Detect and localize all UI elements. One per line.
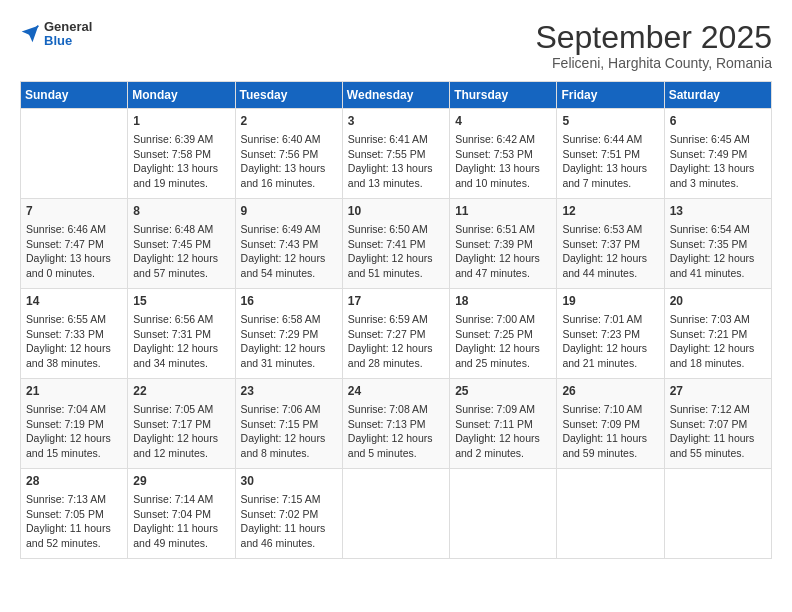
calendar-cell: 25Sunrise: 7:09 AMSunset: 7:11 PMDayligh… bbox=[450, 379, 557, 469]
logo-blue: Blue bbox=[44, 34, 92, 48]
day-info: Sunrise: 7:01 AMSunset: 7:23 PMDaylight:… bbox=[562, 312, 658, 371]
day-number: 15 bbox=[133, 293, 229, 310]
day-number: 26 bbox=[562, 383, 658, 400]
page-subtitle: Feliceni, Harghita County, Romania bbox=[535, 55, 772, 71]
day-number: 28 bbox=[26, 473, 122, 490]
week-row-1: 1Sunrise: 6:39 AMSunset: 7:58 PMDaylight… bbox=[21, 109, 772, 199]
day-number: 9 bbox=[241, 203, 337, 220]
calendar-cell: 10Sunrise: 6:50 AMSunset: 7:41 PMDayligh… bbox=[342, 199, 449, 289]
day-number: 27 bbox=[670, 383, 766, 400]
day-info: Sunrise: 6:55 AMSunset: 7:33 PMDaylight:… bbox=[26, 312, 122, 371]
day-info: Sunrise: 6:48 AMSunset: 7:45 PMDaylight:… bbox=[133, 222, 229, 281]
day-number: 11 bbox=[455, 203, 551, 220]
calendar-cell bbox=[21, 109, 128, 199]
day-number: 6 bbox=[670, 113, 766, 130]
day-info: Sunrise: 6:46 AMSunset: 7:47 PMDaylight:… bbox=[26, 222, 122, 281]
calendar-cell: 28Sunrise: 7:13 AMSunset: 7:05 PMDayligh… bbox=[21, 469, 128, 559]
calendar-header: SundayMondayTuesdayWednesdayThursdayFrid… bbox=[21, 82, 772, 109]
day-info: Sunrise: 7:15 AMSunset: 7:02 PMDaylight:… bbox=[241, 492, 337, 551]
calendar-cell: 13Sunrise: 6:54 AMSunset: 7:35 PMDayligh… bbox=[664, 199, 771, 289]
calendar-cell: 27Sunrise: 7:12 AMSunset: 7:07 PMDayligh… bbox=[664, 379, 771, 469]
calendar-table: SundayMondayTuesdayWednesdayThursdayFrid… bbox=[20, 81, 772, 559]
day-number: 16 bbox=[241, 293, 337, 310]
calendar-cell: 23Sunrise: 7:06 AMSunset: 7:15 PMDayligh… bbox=[235, 379, 342, 469]
day-info: Sunrise: 6:54 AMSunset: 7:35 PMDaylight:… bbox=[670, 222, 766, 281]
header-row: SundayMondayTuesdayWednesdayThursdayFrid… bbox=[21, 82, 772, 109]
day-info: Sunrise: 6:58 AMSunset: 7:29 PMDaylight:… bbox=[241, 312, 337, 371]
day-info: Sunrise: 7:08 AMSunset: 7:13 PMDaylight:… bbox=[348, 402, 444, 461]
day-info: Sunrise: 7:10 AMSunset: 7:09 PMDaylight:… bbox=[562, 402, 658, 461]
calendar-cell: 16Sunrise: 6:58 AMSunset: 7:29 PMDayligh… bbox=[235, 289, 342, 379]
header-sunday: Sunday bbox=[21, 82, 128, 109]
logo-general: General bbox=[44, 20, 92, 34]
day-info: Sunrise: 7:05 AMSunset: 7:17 PMDaylight:… bbox=[133, 402, 229, 461]
week-row-2: 7Sunrise: 6:46 AMSunset: 7:47 PMDaylight… bbox=[21, 199, 772, 289]
day-number: 2 bbox=[241, 113, 337, 130]
calendar-cell: 15Sunrise: 6:56 AMSunset: 7:31 PMDayligh… bbox=[128, 289, 235, 379]
day-number: 23 bbox=[241, 383, 337, 400]
calendar-cell bbox=[557, 469, 664, 559]
calendar-cell bbox=[664, 469, 771, 559]
calendar-cell: 2Sunrise: 6:40 AMSunset: 7:56 PMDaylight… bbox=[235, 109, 342, 199]
day-info: Sunrise: 7:04 AMSunset: 7:19 PMDaylight:… bbox=[26, 402, 122, 461]
week-row-5: 28Sunrise: 7:13 AMSunset: 7:05 PMDayligh… bbox=[21, 469, 772, 559]
calendar-cell: 1Sunrise: 6:39 AMSunset: 7:58 PMDaylight… bbox=[128, 109, 235, 199]
day-number: 13 bbox=[670, 203, 766, 220]
week-row-3: 14Sunrise: 6:55 AMSunset: 7:33 PMDayligh… bbox=[21, 289, 772, 379]
day-info: Sunrise: 6:49 AMSunset: 7:43 PMDaylight:… bbox=[241, 222, 337, 281]
header-friday: Friday bbox=[557, 82, 664, 109]
day-number: 29 bbox=[133, 473, 229, 490]
day-info: Sunrise: 6:45 AMSunset: 7:49 PMDaylight:… bbox=[670, 132, 766, 191]
calendar-cell: 5Sunrise: 6:44 AMSunset: 7:51 PMDaylight… bbox=[557, 109, 664, 199]
day-number: 7 bbox=[26, 203, 122, 220]
day-info: Sunrise: 6:42 AMSunset: 7:53 PMDaylight:… bbox=[455, 132, 551, 191]
calendar-cell: 9Sunrise: 6:49 AMSunset: 7:43 PMDaylight… bbox=[235, 199, 342, 289]
day-number: 10 bbox=[348, 203, 444, 220]
header-tuesday: Tuesday bbox=[235, 82, 342, 109]
calendar-cell: 24Sunrise: 7:08 AMSunset: 7:13 PMDayligh… bbox=[342, 379, 449, 469]
day-info: Sunrise: 6:39 AMSunset: 7:58 PMDaylight:… bbox=[133, 132, 229, 191]
day-number: 8 bbox=[133, 203, 229, 220]
day-number: 30 bbox=[241, 473, 337, 490]
calendar-cell: 14Sunrise: 6:55 AMSunset: 7:33 PMDayligh… bbox=[21, 289, 128, 379]
day-number: 18 bbox=[455, 293, 551, 310]
day-info: Sunrise: 6:40 AMSunset: 7:56 PMDaylight:… bbox=[241, 132, 337, 191]
day-number: 3 bbox=[348, 113, 444, 130]
calendar-cell: 26Sunrise: 7:10 AMSunset: 7:09 PMDayligh… bbox=[557, 379, 664, 469]
day-number: 21 bbox=[26, 383, 122, 400]
day-number: 12 bbox=[562, 203, 658, 220]
day-info: Sunrise: 6:56 AMSunset: 7:31 PMDaylight:… bbox=[133, 312, 229, 371]
header-saturday: Saturday bbox=[664, 82, 771, 109]
day-number: 17 bbox=[348, 293, 444, 310]
calendar-cell: 22Sunrise: 7:05 AMSunset: 7:17 PMDayligh… bbox=[128, 379, 235, 469]
day-info: Sunrise: 6:44 AMSunset: 7:51 PMDaylight:… bbox=[562, 132, 658, 191]
day-number: 4 bbox=[455, 113, 551, 130]
header-monday: Monday bbox=[128, 82, 235, 109]
calendar-cell: 21Sunrise: 7:04 AMSunset: 7:19 PMDayligh… bbox=[21, 379, 128, 469]
day-info: Sunrise: 7:06 AMSunset: 7:15 PMDaylight:… bbox=[241, 402, 337, 461]
day-info: Sunrise: 7:03 AMSunset: 7:21 PMDaylight:… bbox=[670, 312, 766, 371]
calendar-cell: 29Sunrise: 7:14 AMSunset: 7:04 PMDayligh… bbox=[128, 469, 235, 559]
day-info: Sunrise: 7:00 AMSunset: 7:25 PMDaylight:… bbox=[455, 312, 551, 371]
day-info: Sunrise: 6:59 AMSunset: 7:27 PMDaylight:… bbox=[348, 312, 444, 371]
calendar-cell: 30Sunrise: 7:15 AMSunset: 7:02 PMDayligh… bbox=[235, 469, 342, 559]
title-block: September 2025 Feliceni, Harghita County… bbox=[535, 20, 772, 71]
day-info: Sunrise: 7:13 AMSunset: 7:05 PMDaylight:… bbox=[26, 492, 122, 551]
calendar-cell: 4Sunrise: 6:42 AMSunset: 7:53 PMDaylight… bbox=[450, 109, 557, 199]
logo-icon bbox=[20, 24, 40, 44]
calendar-cell: 8Sunrise: 6:48 AMSunset: 7:45 PMDaylight… bbox=[128, 199, 235, 289]
calendar-cell: 7Sunrise: 6:46 AMSunset: 7:47 PMDaylight… bbox=[21, 199, 128, 289]
calendar-cell: 17Sunrise: 6:59 AMSunset: 7:27 PMDayligh… bbox=[342, 289, 449, 379]
day-info: Sunrise: 6:53 AMSunset: 7:37 PMDaylight:… bbox=[562, 222, 658, 281]
day-info: Sunrise: 7:09 AMSunset: 7:11 PMDaylight:… bbox=[455, 402, 551, 461]
calendar-body: 1Sunrise: 6:39 AMSunset: 7:58 PMDaylight… bbox=[21, 109, 772, 559]
day-number: 19 bbox=[562, 293, 658, 310]
calendar-cell: 11Sunrise: 6:51 AMSunset: 7:39 PMDayligh… bbox=[450, 199, 557, 289]
day-number: 24 bbox=[348, 383, 444, 400]
calendar-cell bbox=[450, 469, 557, 559]
calendar-cell: 3Sunrise: 6:41 AMSunset: 7:55 PMDaylight… bbox=[342, 109, 449, 199]
page-header: General Blue September 2025 Feliceni, Ha… bbox=[20, 20, 772, 71]
day-number: 1 bbox=[133, 113, 229, 130]
calendar-cell: 6Sunrise: 6:45 AMSunset: 7:49 PMDaylight… bbox=[664, 109, 771, 199]
week-row-4: 21Sunrise: 7:04 AMSunset: 7:19 PMDayligh… bbox=[21, 379, 772, 469]
